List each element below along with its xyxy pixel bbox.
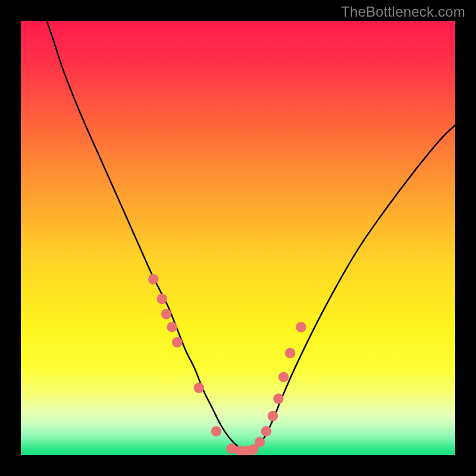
marker-dot	[156, 293, 167, 304]
marker-dot	[211, 426, 222, 437]
marker-dots	[148, 274, 306, 455]
image-frame: TheBottleneck.com	[0, 0, 476, 476]
marker-dot	[261, 426, 272, 437]
marker-dot	[255, 437, 265, 447]
marker-dot	[268, 411, 278, 422]
marker-dot	[194, 383, 205, 393]
watermark-text: TheBottleneck.com	[341, 4, 465, 20]
marker-dot	[148, 274, 159, 285]
marker-dot	[172, 337, 183, 347]
marker-dot	[161, 309, 172, 320]
marker-dot	[167, 322, 177, 333]
marker-dot	[273, 393, 284, 404]
plot-area	[21, 21, 455, 455]
marker-dot	[296, 322, 306, 333]
marker-dot	[285, 348, 296, 359]
dots-layer	[21, 21, 455, 455]
marker-dot	[278, 372, 289, 383]
marker-dot	[226, 443, 237, 454]
